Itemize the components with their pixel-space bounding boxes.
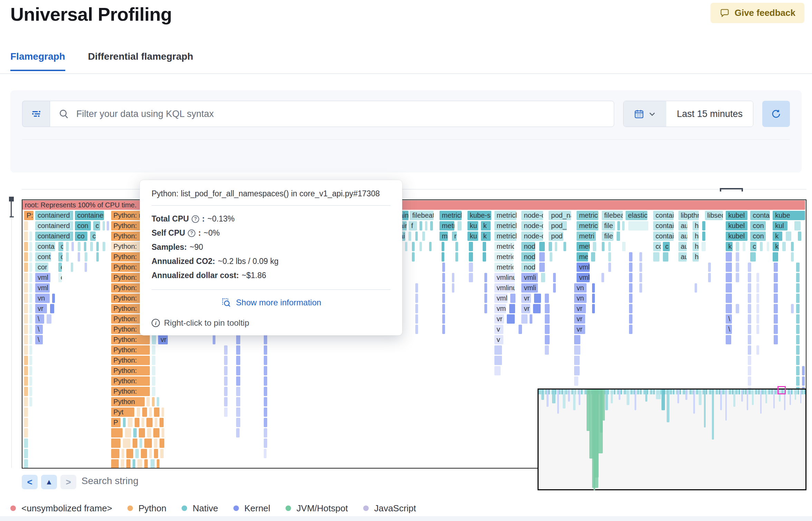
flame-cell[interactable] [736, 252, 739, 262]
flame-cell[interactable]: P [111, 418, 121, 427]
flame-cell[interactable] [622, 242, 626, 251]
flame-cell[interactable] [760, 242, 763, 251]
flame-cell[interactable] [622, 221, 625, 230]
flame-cell[interactable]: vml [577, 273, 590, 282]
flame-cell[interactable] [224, 366, 228, 375]
flame-cell[interactable] [24, 356, 28, 365]
flame-cell[interactable]: vn [574, 283, 587, 293]
flame-cell[interactable] [782, 242, 786, 251]
flame-cell[interactable] [264, 345, 267, 355]
flame-cell[interactable]: metr [439, 221, 454, 230]
flame-cell[interactable] [629, 263, 632, 272]
flame-cell[interactable] [507, 314, 515, 324]
flame-cell[interactable]: contai [653, 221, 674, 230]
flame-cell[interactable]: h [693, 221, 699, 230]
flame-cell[interactable] [791, 252, 794, 262]
flame-cell[interactable] [236, 356, 240, 365]
flame-cell[interactable] [137, 459, 142, 469]
flame-cell[interactable]: vn [574, 294, 587, 303]
flame-cell[interactable] [422, 232, 425, 241]
flame-cell[interactable]: vr [158, 335, 168, 344]
flame-cell[interactable] [29, 314, 32, 324]
flame-cell[interactable] [24, 304, 28, 313]
flame-cell[interactable]: metricl [577, 221, 598, 230]
flame-cell[interactable] [796, 345, 800, 355]
flame-cell[interactable] [415, 294, 418, 303]
flame-cell[interactable] [574, 345, 580, 355]
flame-cell[interactable]: h [693, 232, 699, 241]
horizontal-zoom-bracket[interactable] [720, 188, 743, 191]
flame-cell[interactable]: v [494, 325, 503, 334]
flame-cell[interactable]: metricl [439, 211, 462, 220]
flame-cell[interactable] [796, 325, 800, 334]
flame-cell[interactable] [66, 242, 69, 251]
flame-cell[interactable] [24, 283, 28, 293]
flame-cell[interactable]: k [773, 232, 782, 241]
flame-cell[interactable]: containerd [35, 211, 73, 220]
flame-cell[interactable] [264, 335, 267, 344]
flame-cell[interactable] [592, 304, 595, 313]
flame-cell[interactable] [774, 314, 778, 324]
flame-cell[interactable] [774, 335, 778, 344]
flame-cell[interactable] [457, 221, 462, 230]
flame-cell[interactable]: Python: [111, 387, 150, 396]
flame-cell[interactable] [24, 418, 28, 427]
flame-cell[interactable] [545, 335, 550, 344]
flame-cell[interactable] [133, 439, 137, 448]
flame-cell[interactable] [469, 252, 473, 262]
flame-cell[interactable] [419, 242, 422, 251]
flame-cell[interactable] [539, 252, 545, 262]
flame-cell[interactable]: k [726, 242, 733, 251]
flame-cell[interactable] [796, 356, 800, 365]
flame-cell[interactable] [756, 325, 759, 334]
flame-cell[interactable] [126, 459, 130, 469]
flame-cell[interactable] [425, 221, 427, 230]
flame-cell[interactable] [708, 273, 711, 282]
flame-cell[interactable]: met [577, 242, 590, 251]
flame-cell[interactable] [52, 294, 55, 303]
flame-cell[interactable] [264, 449, 267, 458]
flame-cell[interactable] [160, 439, 164, 448]
flame-cell[interactable] [24, 428, 28, 438]
flame-cell[interactable]: contai [653, 232, 674, 241]
flame-cell[interactable] [103, 242, 105, 251]
flame-cell[interactable] [639, 273, 642, 282]
flame-cell[interactable]: Python: [111, 335, 150, 344]
flame-cell[interactable]: pod_ [549, 221, 567, 230]
flame-cell[interactable] [483, 252, 486, 262]
flame-cell[interactable] [726, 335, 731, 344]
flame-cell[interactable]: containerd [35, 221, 73, 230]
flame-cell[interactable] [236, 428, 240, 438]
flame-cell[interactable]: vml [577, 263, 590, 272]
flame-cell[interactable]: Python: [111, 345, 150, 355]
flame-cell[interactable] [144, 439, 152, 448]
flame-cell[interactable]: file [602, 232, 613, 241]
flame-cell[interactable] [29, 325, 32, 334]
flame-cell[interactable] [139, 428, 145, 438]
flame-cell[interactable]: au [678, 221, 687, 230]
flame-cell[interactable] [756, 304, 759, 313]
help-icon[interactable]: ? [188, 229, 195, 237]
flame-cell[interactable] [545, 294, 549, 303]
flame-cell[interactable] [85, 263, 87, 272]
flame-cell[interactable]: me [577, 252, 588, 262]
flame-cell[interactable]: v [494, 335, 503, 344]
flame-cell[interactable]: vm [494, 304, 506, 313]
flame-cell[interactable] [736, 304, 739, 313]
flame-cell[interactable]: c [58, 273, 62, 282]
flame-cell[interactable] [802, 366, 805, 375]
flame-cell[interactable] [442, 294, 445, 303]
flame-cell[interactable] [653, 252, 659, 262]
flame-cell[interactable] [125, 428, 131, 438]
flame-cell[interactable] [617, 232, 620, 241]
flame-cell[interactable] [24, 387, 28, 396]
flame-cell[interactable] [539, 263, 545, 272]
flame-cell[interactable] [629, 252, 632, 262]
flame-cell[interactable] [574, 335, 580, 344]
flame-cell[interactable]: conta [35, 242, 55, 251]
flame-cell[interactable]: \ [726, 314, 732, 324]
flame-cell[interactable]: metric [494, 252, 514, 262]
flame-cell[interactable]: pod_na [549, 211, 571, 220]
flame-cell[interactable] [774, 273, 778, 282]
flame-cell[interactable] [469, 273, 473, 282]
